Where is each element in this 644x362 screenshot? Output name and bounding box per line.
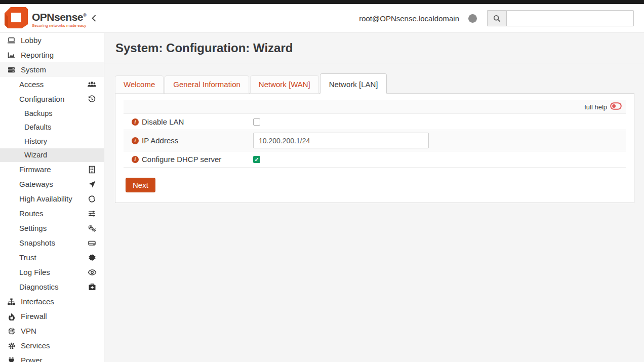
plug-icon [7, 356, 16, 362]
cog-icon [7, 342, 16, 350]
field-row-disable-lan: i Disable LAN [124, 114, 626, 130]
sidebar-item-services[interactable]: Services [0, 338, 104, 353]
full-help-label: full help [584, 103, 607, 111]
info-icon[interactable]: i [132, 137, 139, 144]
certificate-icon [87, 254, 97, 262]
fire-icon [7, 312, 16, 320]
sidebar-item-wizard[interactable]: Wizard [0, 148, 104, 163]
opnsense-logo-icon [4, 6, 28, 32]
location-arrow-icon [87, 180, 97, 188]
sidebar-item-interfaces[interactable]: Interfaces [0, 294, 104, 309]
sidebar-item-lobby[interactable]: Lobby [0, 33, 104, 48]
info-icon[interactable]: i [132, 156, 139, 163]
area-chart-icon [7, 51, 16, 59]
logo-tagline: Securing networks made easy [32, 23, 86, 28]
tab-network-lan[interactable]: Network [LAN] [320, 73, 387, 94]
history-icon [87, 95, 97, 103]
top-black-bar [0, 0, 644, 4]
field-label: Configure DHCP server [142, 155, 221, 164]
sidebar-item-system[interactable]: System [0, 62, 104, 77]
sidebar-item-log-files[interactable]: Log Files [0, 265, 104, 279]
medkit-icon [87, 283, 97, 291]
field-label: IP Address [142, 136, 178, 145]
sidebar-item-access[interactable]: Access [0, 77, 104, 92]
sidebar-item-high-availability[interactable]: High Availability [0, 191, 104, 206]
sidebar-item-gateways[interactable]: Gateways [0, 177, 104, 191]
tab-network-wan[interactable]: Network [WAN] [250, 75, 319, 94]
laptop-icon [7, 36, 16, 45]
sidebar-collapse-chevron-icon[interactable] [91, 14, 97, 24]
next-button[interactable]: Next [126, 178, 155, 192]
sidebar-item-firmware[interactable]: Firmware [0, 162, 104, 177]
configure-dhcp-checkbox[interactable]: ✓ [253, 156, 260, 163]
refresh-icon [87, 195, 97, 203]
field-row-configure-dhcp: i Configure DHCP server ✓ [124, 151, 626, 168]
globe-icon [7, 327, 16, 335]
ip-address-input[interactable] [253, 133, 429, 148]
sidebar-item-configuration[interactable]: Configuration [0, 92, 104, 106]
page-title: System: Configuration: Wizard [115, 41, 293, 55]
search-bar [487, 10, 634, 26]
header: OPNsense® Securing networks made easy ro… [0, 4, 644, 32]
sliders-icon [87, 210, 97, 218]
gears-icon [87, 224, 97, 232]
users-icon [87, 81, 97, 88]
sidebar-item-vpn[interactable]: VPN [0, 324, 104, 338]
main-content: System: Configuration: Wizard Welcome Ge… [104, 33, 644, 362]
logo-title: OPNsense® [32, 10, 86, 23]
full-help-toggle-icon[interactable] [610, 102, 622, 111]
opnsense-logo[interactable]: OPNsense® Securing networks made easy [4, 6, 86, 32]
disable-lan-checkbox[interactable] [253, 118, 260, 126]
eye-icon [87, 268, 97, 276]
sidebar-item-defaults[interactable]: Defaults [0, 120, 104, 135]
logged-in-user: root@OPNsense.localdomain [359, 14, 459, 23]
search-input[interactable] [506, 10, 634, 26]
hdd-icon [87, 239, 97, 247]
building-icon [87, 166, 97, 174]
tab-general-information[interactable]: General Information [165, 75, 249, 94]
sidebar-item-settings[interactable]: Settings [0, 221, 104, 235]
sidebar-item-snapshots[interactable]: Snapshots [0, 235, 104, 250]
sidebar-item-reporting[interactable]: Reporting [0, 48, 104, 62]
server-icon [7, 66, 16, 74]
tab-welcome[interactable]: Welcome [115, 75, 164, 94]
sidebar-item-power[interactable]: Power [0, 353, 104, 362]
info-icon[interactable]: i [132, 118, 139, 126]
field-label: Disable LAN [142, 117, 184, 126]
sidebar-item-history[interactable]: History [0, 134, 104, 148]
wizard-form-panel: full help i Disable LAN i IP Addres [115, 93, 634, 203]
sidebar: Lobby Reporting System Access Configurat… [0, 33, 104, 362]
sidebar-item-routes[interactable]: Routes [0, 206, 104, 221]
wizard-tabs: Welcome General Information Network [WAN… [115, 73, 634, 94]
sidebar-item-backups[interactable]: Backups [0, 106, 104, 120]
sidebar-item-diagnostics[interactable]: Diagnostics [0, 279, 104, 294]
sitemap-icon [7, 298, 16, 306]
user-avatar-dot [468, 14, 477, 23]
field-row-ip-address: i IP Address [124, 130, 626, 151]
sidebar-item-firewall[interactable]: Firewall [0, 309, 104, 324]
full-help-row: full help [124, 100, 626, 114]
search-icon [487, 10, 506, 26]
sidebar-item-trust[interactable]: Trust [0, 250, 104, 265]
